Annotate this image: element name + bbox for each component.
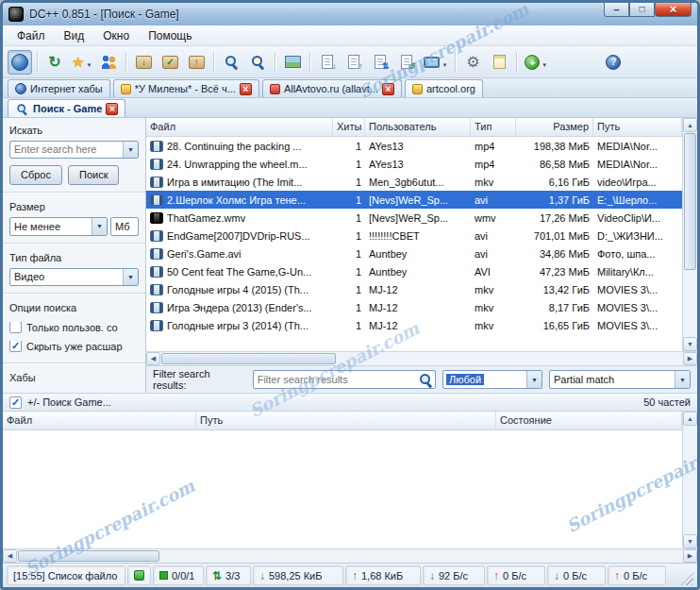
away-mode-button[interactable] <box>522 50 550 75</box>
scrollbar-thumb[interactable] <box>18 550 159 562</box>
search-frame-checkbox[interactable] <box>9 396 22 409</box>
scroll-left-button[interactable] <box>146 352 160 365</box>
scrollbar-track[interactable] <box>160 549 683 563</box>
scrollbar-thumb[interactable] <box>684 133 696 270</box>
search-button[interactable]: Поиск <box>68 165 119 185</box>
vertical-scrollbar[interactable] <box>682 412 697 548</box>
menu-help[interactable]: Помощь <box>140 27 200 44</box>
result-row[interactable]: Голодные игры 3 (2014) (Th... 1 MJ-12 mk… <box>146 316 682 334</box>
column-header-file[interactable]: Файл <box>3 412 196 430</box>
download-queue-button[interactable] <box>131 50 156 75</box>
tab-hub-allavtovo[interactable]: AllAvtovo.ru (allavt... <box>262 79 402 97</box>
search-icon <box>419 373 433 387</box>
column-header-hits[interactable]: Хиты <box>333 118 365 136</box>
column-header-path[interactable]: Путь <box>196 412 496 430</box>
dropdown-arrow-icon[interactable] <box>123 142 138 158</box>
scrollbar-thumb[interactable] <box>161 353 336 364</box>
column-header-state[interactable]: Состояние <box>496 412 682 430</box>
result-row-selected[interactable]: 2.Шерлок Холмс Игра тене... 1 [Nevs]WeR_… <box>146 191 682 209</box>
horizontal-scrollbar[interactable] <box>146 351 697 365</box>
column-header-path[interactable]: Путь <box>593 118 682 136</box>
menu-view[interactable]: Вид <box>56 27 93 44</box>
match-lists-button[interactable] <box>368 50 392 75</box>
result-row[interactable]: 28. Continuing the packing ... 1 AYes13 … <box>146 137 682 155</box>
finished-uploads-button[interactable] <box>184 50 208 75</box>
scroll-left-button[interactable] <box>3 549 17 563</box>
dropdown-arrow-icon[interactable] <box>92 218 107 235</box>
result-row[interactable]: ThatGamez.wmv 1 [Nevs]WeR_Sp... wmv 17,2… <box>146 209 682 227</box>
minimize-button[interactable] <box>604 2 629 17</box>
scroll-up-button[interactable] <box>683 118 697 132</box>
favorite-hubs-button[interactable] <box>69 50 94 75</box>
finished-downloads-button[interactable] <box>158 50 182 75</box>
column-header-user[interactable]: Пользователь <box>365 118 471 136</box>
favorite-users-button[interactable] <box>96 50 121 75</box>
chevron-down-icon[interactable] <box>442 54 447 71</box>
dropdown-arrow-icon[interactable] <box>123 269 138 285</box>
result-row[interactable]: EndGame[2007]DVDrip-RUS... 1 !!!!!!!!СВЕ… <box>146 227 682 244</box>
search-input[interactable] <box>10 143 123 155</box>
titlebar[interactable]: DC++ 0.851 - [Поиск - Game] <box>3 3 697 25</box>
open-own-filelist-button[interactable] <box>342 50 366 75</box>
resize-grip[interactable] <box>680 572 693 585</box>
result-row[interactable]: Geri's.Game.avi 1 Auntbey avi 34,86 МиБ … <box>146 244 682 262</box>
scroll-down-button[interactable] <box>683 337 697 351</box>
column-header-size[interactable]: Размер <box>516 118 593 136</box>
close-tab-icon[interactable] <box>106 103 118 115</box>
scroll-right-button[interactable] <box>683 352 697 365</box>
menu-window[interactable]: Окно <box>94 27 138 44</box>
collapsed-search-label[interactable]: +/- Поиск Game... <box>27 396 111 408</box>
adl-search-button[interactable] <box>245 50 270 75</box>
filetype-combo[interactable]: Видео <box>9 268 139 286</box>
search-button[interactable] <box>219 50 243 75</box>
dropdown-arrow-icon[interactable] <box>526 371 542 388</box>
filter-column-combo[interactable]: Любой <box>442 370 542 389</box>
chevron-down-icon[interactable] <box>86 54 92 71</box>
refresh-filelist-button[interactable] <box>394 50 419 75</box>
result-row[interactable]: Игра Эндера (2013) (Ender's... 1 MJ-12 m… <box>146 298 682 316</box>
quick-connect-button[interactable] <box>421 50 450 75</box>
scrollbar-track[interactable] <box>683 426 697 534</box>
notepad-button[interactable] <box>487 50 511 75</box>
dropdown-arrow-icon[interactable] <box>675 371 690 388</box>
public-hubs-button[interactable] <box>8 50 32 75</box>
transfers-body <box>3 430 682 548</box>
scroll-up-button[interactable] <box>683 412 697 426</box>
close-tab-icon[interactable] <box>382 83 394 95</box>
vertical-scrollbar[interactable] <box>682 118 697 351</box>
result-row[interactable]: 24. Unwrapping the wheel.m... 1 AYes13 m… <box>146 155 682 173</box>
size-mode-combo[interactable]: Не менее <box>9 217 108 236</box>
only-free-slots-checkbox[interactable] <box>9 322 22 333</box>
reset-button[interactable]: Сброс <box>9 165 62 185</box>
help-button[interactable] <box>601 50 625 75</box>
scroll-right-button[interactable] <box>683 549 697 563</box>
hide-shared-checkbox[interactable] <box>9 341 22 352</box>
scroll-down-button[interactable] <box>683 534 697 548</box>
chevron-down-icon[interactable] <box>542 54 547 71</box>
size-unit-combo[interactable]: Мб <box>110 217 139 236</box>
settings-button[interactable] <box>460 50 485 75</box>
maximize-button[interactable] <box>629 2 655 17</box>
reconnect-button[interactable] <box>42 50 67 75</box>
column-header-type[interactable]: Тип <box>471 118 516 136</box>
tab-internet-hubs[interactable]: Интернет хабы <box>8 79 110 97</box>
open-filelist-button[interactable] <box>315 50 340 75</box>
close-tab-icon[interactable] <box>240 83 252 95</box>
tab-hub-umileny[interactable]: *У Милены* - Всё ч... <box>113 79 259 97</box>
search-spy-button[interactable] <box>280 50 305 75</box>
filter-match-combo[interactable]: Partial match <box>549 370 691 389</box>
close-button[interactable] <box>655 2 692 17</box>
scrollbar-track[interactable] <box>337 352 683 365</box>
tab-hub-artcool[interactable]: artcool.org <box>405 79 483 97</box>
result-row[interactable]: 50 Cent feat The Game,G-Un... 1 Auntbey … <box>146 262 682 280</box>
horizontal-scrollbar[interactable] <box>3 548 697 563</box>
column-header-file[interactable]: Файл <box>146 118 333 136</box>
filetype-label: Тип файла <box>9 252 139 263</box>
result-row[interactable]: Игра в имитацию (The Imit... 1 Men_3gb6u… <box>146 173 682 191</box>
result-row[interactable]: Голодные игры 4 (2015) (Th... 1 MJ-12 mk… <box>146 280 682 298</box>
scrollbar-track[interactable] <box>683 271 697 337</box>
tab-search-game[interactable]: Поиск - Game <box>8 99 125 117</box>
menu-file[interactable]: Файл <box>8 27 54 44</box>
hub-icon <box>121 84 131 94</box>
filter-input[interactable] <box>254 374 419 385</box>
